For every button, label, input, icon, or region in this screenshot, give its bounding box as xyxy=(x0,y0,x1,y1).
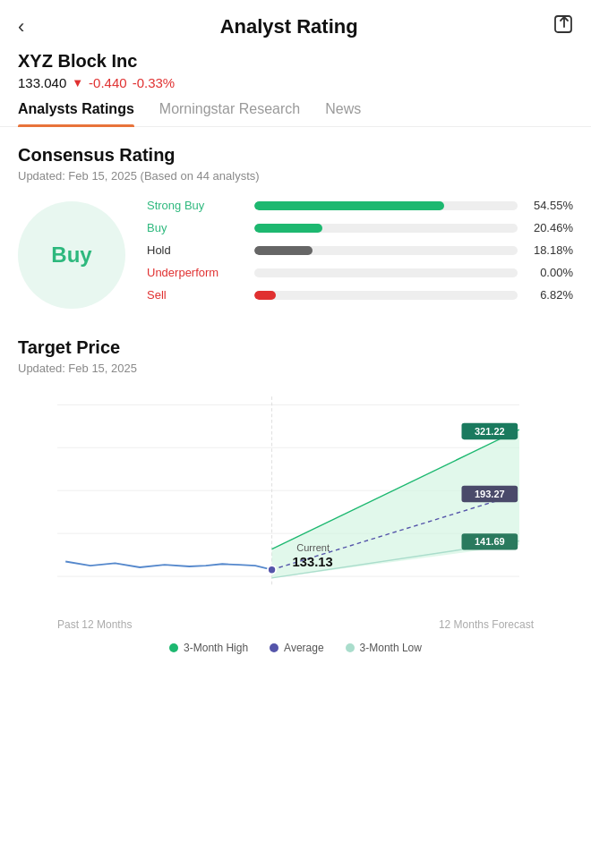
tab-analysts-ratings[interactable]: Analysts Ratings xyxy=(18,101,134,126)
svg-text:321.22: 321.22 xyxy=(475,426,505,437)
bar-track-buy xyxy=(254,224,518,233)
share-icon[interactable] xyxy=(553,14,573,38)
bar-fill-hold xyxy=(254,246,313,255)
legend-low: 3-Month Low xyxy=(346,642,422,654)
buy-circle: Buy xyxy=(18,201,125,309)
consensus-title: Consensus Rating xyxy=(18,145,573,166)
consensus-section: Consensus Rating Updated: Feb 15, 2025 (… xyxy=(0,127,591,311)
bar-label-sell: Sell xyxy=(147,288,245,302)
svg-text:141.69: 141.69 xyxy=(475,536,505,547)
svg-text:133.13: 133.13 xyxy=(293,555,333,569)
bar-label-strong-buy: Strong Buy xyxy=(147,199,245,212)
price-change: -0.440 xyxy=(89,75,127,90)
bar-row-sell: Sell 6.82% xyxy=(147,288,573,302)
bar-fill-strong-buy xyxy=(254,201,444,210)
legend-low-dot xyxy=(346,643,355,652)
bar-pct-buy: 20.46% xyxy=(527,221,573,234)
bar-pct-sell: 6.82% xyxy=(527,288,573,302)
svg-text:193.27: 193.27 xyxy=(475,489,505,499)
svg-text:Current: Current xyxy=(296,542,330,553)
bar-track-underperform xyxy=(254,268,518,277)
bar-fill-sell xyxy=(254,291,276,300)
bar-row-buy: Buy 20.46% xyxy=(147,221,573,234)
target-price-section: Target Price Updated: Feb 15, 2025 xyxy=(0,319,591,672)
target-price-updated: Updated: Feb 15, 2025 xyxy=(18,362,573,375)
header: ‹ Analyst Rating xyxy=(0,0,591,47)
legend-avg-dot xyxy=(270,643,278,652)
page-title: Analyst Rating xyxy=(220,15,358,38)
bar-row-strong-buy: Strong Buy 54.55% xyxy=(147,199,573,212)
legend-low-label: 3-Month Low xyxy=(360,642,422,654)
tab-news[interactable]: News xyxy=(325,101,361,126)
consensus-row: Buy Strong Buy 54.55% Buy 20.46% Hol xyxy=(18,199,573,311)
bar-label-underperform: Underperform xyxy=(147,266,245,279)
buy-label: Buy xyxy=(51,243,91,268)
stock-info: XYZ Block Inc 133.040 ▼ -0.440 -0.33% xyxy=(0,47,591,101)
target-price-chart: 389.51 311.68 233.86 156.03 78.21 Curren… xyxy=(57,387,519,620)
price-change-pct: -0.33% xyxy=(133,75,176,90)
legend-high-dot xyxy=(169,643,178,652)
bar-pct-strong-buy: 54.55% xyxy=(527,199,573,212)
bar-row-underperform: Underperform 0.00% xyxy=(147,266,573,279)
bar-pct-underperform: 0.00% xyxy=(527,266,573,279)
target-price-title: Target Price xyxy=(18,337,573,358)
tabs: Analysts Ratings Morningstar Research Ne… xyxy=(0,101,591,127)
stock-price-row: 133.040 ▼ -0.440 -0.33% xyxy=(18,75,573,90)
bar-label-buy: Buy xyxy=(147,221,245,234)
bar-track-strong-buy xyxy=(254,201,518,210)
price-arrow-icon: ▼ xyxy=(72,76,83,89)
bar-label-hold: Hold xyxy=(147,243,245,257)
legend-high-label: 3-Month High xyxy=(184,642,248,654)
back-button[interactable]: ‹ xyxy=(18,15,24,38)
svg-point-8 xyxy=(268,566,276,574)
ratings-bars: Strong Buy 54.55% Buy 20.46% Hold xyxy=(147,199,573,311)
bar-row-hold: Hold 18.18% xyxy=(147,243,573,257)
bar-track-sell xyxy=(254,291,518,300)
chart-legend: 3-Month High Average 3-Month Low xyxy=(18,631,573,672)
bar-fill-buy xyxy=(254,224,322,233)
legend-avg-label: Average xyxy=(284,642,323,654)
bar-pct-hold: 18.18% xyxy=(527,243,573,257)
tab-morningstar[interactable]: Morningstar Research xyxy=(159,101,300,126)
consensus-updated: Updated: Feb 15, 2025 (Based on 44 analy… xyxy=(18,169,573,183)
bar-track-hold xyxy=(254,246,518,255)
legend-high: 3-Month High xyxy=(169,642,248,654)
stock-name: XYZ Block Inc xyxy=(18,51,573,72)
stock-price: 133.040 xyxy=(18,75,66,90)
legend-avg: Average xyxy=(270,642,323,654)
